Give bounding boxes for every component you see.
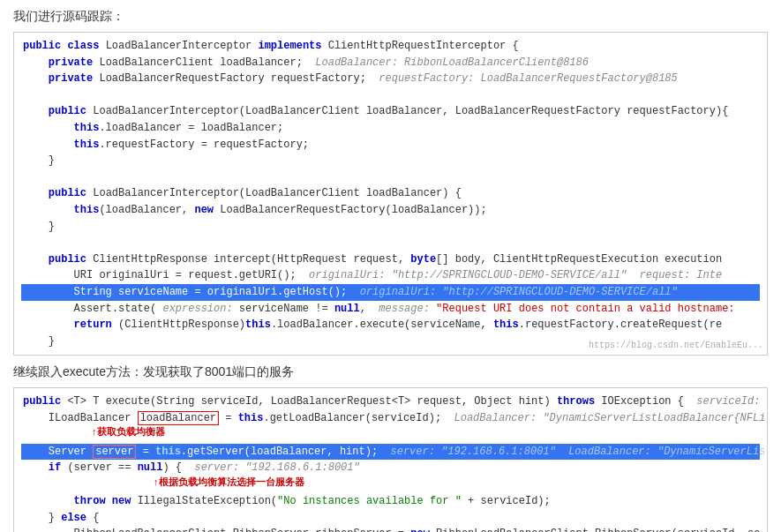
annotation-label-1: ↑获取负载均衡器 — [92, 426, 165, 437]
annotation-server-text: ↑根据负载均衡算法选择一台服务器 — [154, 475, 760, 491]
code-line: public LoadBalancerInterceptor(LoadBalan… — [21, 103, 760, 120]
code-line-highlight-2: Server server = this.getServer(loadBalan… — [21, 444, 760, 461]
code-line-container-3: if (server == null) { server: "192.168.6… — [21, 460, 760, 476]
code-line: } — [21, 153, 760, 169]
code-block-2: public <T> T execute(String serviceId, L… — [13, 387, 768, 532]
code-line-container: ILoadBalancer loadBalancer = this.getLoa… — [21, 410, 760, 427]
code-line: public LoadBalancerInterceptor(LoadBalan… — [21, 185, 760, 202]
annotation-loadbalancer-text: ↑获取负载均衡器 — [92, 424, 760, 441]
red-box-server: server — [93, 445, 136, 459]
code-line: ILoadBalancer loadBalancer = this.getLoa… — [21, 410, 760, 427]
code-line: RibbonLoadBalancerClient.RibbonServer ri… — [21, 526, 760, 532]
red-box-loadbalancer: loadBalancer — [138, 411, 219, 425]
code-line — [21, 87, 760, 104]
code-line: this.requestFactory = requestFactory; — [21, 137, 760, 154]
code-line: return (ClientHttpResponse)this.loadBala… — [21, 317, 760, 333]
code-line-container-2: Server server = this.getServer(loadBalan… — [21, 444, 760, 461]
code-line — [21, 169, 760, 186]
code-line: throw new IllegalStateException("No inst… — [21, 493, 760, 510]
code-line: URI originalUri = request.getURI(); orig… — [21, 267, 760, 284]
code-line: if (server == null) { server: "192.168.6… — [21, 460, 760, 476]
code-line — [21, 235, 760, 251]
mid-text: 继续跟入execute方法：发现获取了8001端口的服务 — [13, 364, 768, 380]
code-line: this(loadBalancer, new LoadBalancerReque… — [21, 202, 760, 219]
code-line: } — [21, 219, 760, 236]
intro-text: 我们进行源码跟踪： — [13, 9, 768, 25]
code-line: public class LoadBalancerInterceptor imp… — [21, 38, 760, 55]
code-line: Assert.state( expression: serviceName !=… — [21, 301, 760, 318]
code-line: this.loadBalancer = loadBalancer; — [21, 120, 760, 137]
annotation-label-2: ↑根据负载均衡算法选择一台服务器 — [154, 476, 304, 487]
code-line: public <T> T execute(String serviceId, L… — [21, 393, 760, 410]
watermark-1: https://blog.csdn.net/EnableEu... — [589, 339, 763, 353]
code-line: public ClientHttpResponse intercept(Http… — [21, 251, 760, 268]
code-line-highlight: String serviceName = originalUri.getHost… — [21, 284, 760, 301]
code-line: } else { — [21, 510, 760, 527]
code-line: private LoadBalancerClient loadBalancer;… — [21, 55, 760, 71]
code-block-1: public class LoadBalancerInterceptor imp… — [13, 32, 768, 356]
code-line: private LoadBalancerRequestFactory reque… — [21, 71, 760, 87]
